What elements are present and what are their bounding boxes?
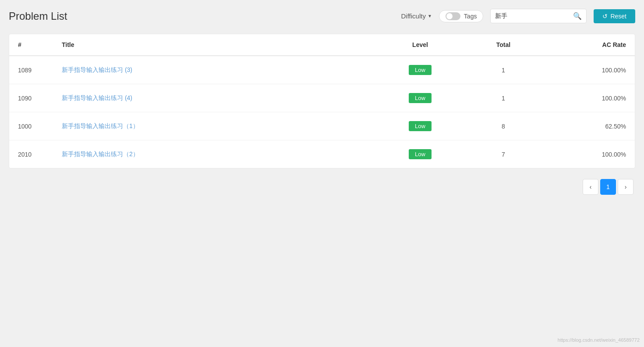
cell-acrate: 100.00% [547, 56, 635, 84]
col-header-total: Total [460, 34, 547, 56]
table-row: 2010 新手指导输入输出练习（2） Low 7 100.00% [9, 140, 635, 168]
reset-icon: ↺ [602, 13, 608, 20]
col-header-title: Title [53, 34, 381, 56]
problem-table: # Title Level Total AC Rate 1089 新手指导输入输… [9, 34, 635, 168]
tags-toggle[interactable]: Tags [439, 10, 484, 22]
cell-title[interactable]: 新手指导输入输出练习（1） [53, 112, 381, 140]
difficulty-label: Difficulty [401, 12, 426, 20]
col-header-id: # [9, 34, 53, 56]
cell-acrate: 62.50% [547, 112, 635, 140]
difficulty-button[interactable]: Difficulty ▼ [401, 12, 432, 20]
problem-link[interactable]: 新手指导输入输出练习（2） [62, 150, 139, 157]
cell-id: 1089 [9, 56, 53, 84]
cell-total: 1 [460, 84, 547, 112]
level-badge: Low [409, 93, 432, 103]
cell-level: Low [381, 140, 460, 168]
problem-link[interactable]: 新手指导输入输出练习（1） [62, 122, 139, 129]
level-badge: Low [409, 65, 432, 75]
search-input[interactable] [495, 13, 570, 20]
col-header-level: Level [381, 34, 460, 56]
cell-id: 2010 [9, 140, 53, 168]
tags-label: Tags [464, 13, 477, 20]
pagination-prev[interactable]: ‹ [583, 179, 598, 195]
watermark: https://blog.csdn.net/weixin_46589772 [558, 337, 640, 343]
level-badge: Low [409, 121, 432, 131]
cell-title[interactable]: 新手指导输入输出练习 (4) [53, 84, 381, 112]
cell-total: 8 [460, 112, 547, 140]
search-box: 🔍 [490, 9, 587, 23]
cell-total: 7 [460, 140, 547, 168]
problem-link[interactable]: 新手指导输入输出练习 (4) [62, 94, 132, 101]
cell-acrate: 100.00% [547, 140, 635, 168]
cell-id: 1090 [9, 84, 53, 112]
cell-id: 1000 [9, 112, 53, 140]
table-row: 1000 新手指导输入输出练习（1） Low 8 62.50% [9, 112, 635, 140]
tags-switch[interactable] [446, 12, 460, 20]
cell-level: Low [381, 56, 460, 84]
table-row: 1090 新手指导输入输出练习 (4) Low 1 100.00% [9, 84, 635, 112]
reset-button[interactable]: ↺ Reset [594, 9, 635, 23]
level-badge: Low [409, 149, 432, 159]
table-row: 1089 新手指导输入输出练习 (3) Low 1 100.00% [9, 56, 635, 84]
page-title: Problem List [9, 10, 394, 22]
search-icon: 🔍 [573, 12, 582, 20]
col-header-acrate: AC Rate [547, 34, 635, 56]
table-header: # Title Level Total AC Rate [9, 34, 635, 56]
pagination: ‹ 1 › [9, 179, 635, 195]
pagination-next[interactable]: › [618, 179, 633, 195]
cell-acrate: 100.00% [547, 84, 635, 112]
reset-label: Reset [610, 13, 626, 20]
cell-total: 1 [460, 56, 547, 84]
chevron-down-icon: ▼ [428, 14, 432, 18]
pagination-page-1[interactable]: 1 [600, 179, 616, 195]
problem-link[interactable]: 新手指导输入输出练习 (3) [62, 66, 132, 73]
cell-title[interactable]: 新手指导输入输出练习（2） [53, 140, 381, 168]
cell-level: Low [381, 84, 460, 112]
cell-title[interactable]: 新手指导输入输出练习 (3) [53, 56, 381, 84]
cell-level: Low [381, 112, 460, 140]
